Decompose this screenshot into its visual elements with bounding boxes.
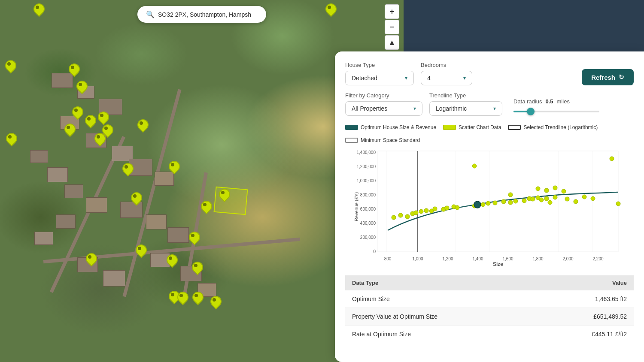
house-type-group: House Type Detached ▾ [345,62,414,85]
svg-point-56 [610,157,614,161]
map-pin[interactable] [210,296,220,308]
map-pin[interactable] [6,133,15,145]
zoom-out-button[interactable]: − [385,20,399,34]
svg-point-52 [582,195,586,199]
legend-item-trendline: Selected Trendline (Logarithmic) [508,124,598,130]
house-type-dropdown[interactable]: Detached ▾ [345,71,414,85]
table-cell-value: 1,463.65 ft2 [538,290,634,308]
col-header-type: Data Type [345,275,538,290]
svg-text:800: 800 [384,256,392,261]
map-pin[interactable] [76,81,86,93]
svg-point-26 [419,209,423,214]
slider-thumb[interactable] [527,108,535,115]
filter-category-label: Filter by Category [345,92,422,99]
svg-point-36 [486,201,490,205]
right-panel: House Type Detached ▾ Bedrooms 4 ▾ Refre… [335,51,644,362]
svg-point-49 [553,195,557,199]
map-pin[interactable] [122,163,132,175]
data-radius-group: Data radius 0.5 miles [513,98,599,116]
trendline-dropdown[interactable]: Logarithmic ▾ [429,101,502,116]
svg-point-37 [493,201,497,205]
zoom-in-button[interactable]: + [385,4,399,19]
radius-slider[interactable] [513,107,599,116]
bedrooms-group: Bedrooms 4 ▾ [421,62,472,85]
svg-text:1,400: 1,400 [472,256,483,261]
svg-point-42 [522,199,526,203]
map-pin[interactable] [72,106,82,118]
map-pin[interactable] [201,201,210,213]
svg-text:200,000: 200,000 [360,235,376,240]
legend-item-teal: Optimum House Size & Revenue [345,124,436,130]
map-pin[interactable] [85,115,94,127]
compass-button[interactable]: ▲ [385,35,399,50]
svg-point-25 [414,211,418,215]
svg-point-60 [553,186,557,190]
search-icon: 🔍 [146,10,155,18]
controls-top-row: House Type Detached ▾ Bedrooms 4 ▾ Refre… [345,62,634,85]
map-pin[interactable] [136,244,145,256]
chevron-down-icon: ▾ [493,106,496,112]
svg-point-27 [424,208,428,213]
map-pin[interactable] [86,253,95,265]
svg-text:Revenue (£'s): Revenue (£'s) [354,192,359,221]
map-controls: + − ▲ [385,4,399,50]
table-cell-value: £445.11 £/ft2 [538,326,634,343]
map-pin[interactable] [69,63,78,75]
svg-text:0: 0 [373,249,376,254]
data-radius-label-row: Data radius 0.5 miles [513,98,599,105]
controls-bottom-row: Filter by Category All Properties ▾ Tren… [345,92,634,116]
chevron-down-icon: ▾ [405,75,407,81]
bedrooms-dropdown[interactable]: 4 ▾ [421,71,472,85]
refresh-button[interactable]: Refresh ↻ [582,69,634,85]
chart-svg: 0 200,000 400,000 600,000 800,000 1,000,… [345,147,634,267]
filter-category-group: Filter by Category All Properties ▾ [345,92,422,116]
building [167,227,189,243]
building [56,214,76,229]
svg-point-57 [508,193,513,197]
svg-point-39 [501,199,506,204]
map-pin[interactable] [167,254,176,266]
map-pin[interactable] [98,112,107,124]
map-pin[interactable] [177,292,187,304]
filter-category-dropdown[interactable]: All Properties ▾ [345,101,422,116]
map-pin[interactable] [94,133,104,145]
svg-point-31 [445,206,449,210]
svg-point-58 [536,187,540,191]
svg-point-29 [433,207,437,211]
map-pin[interactable] [137,119,147,131]
legend-swatch-trendline [508,125,521,130]
trendline-label: Trendline Type [429,92,502,99]
svg-point-48 [548,200,552,205]
map-pin[interactable] [64,124,74,136]
svg-point-47 [544,196,549,201]
building [86,197,107,213]
table-body: Optimum Size1,463.65 ft2Property Value a… [345,290,634,343]
scatter-chart: 0 200,000 400,000 600,000 800,000 1,000,… [345,147,634,267]
table-cell-type: Optimum Size [345,290,538,308]
map-pin[interactable] [192,292,202,304]
map-pin[interactable] [189,232,198,244]
svg-text:2,000: 2,000 [562,256,573,261]
map-pin[interactable] [33,3,43,15]
map-pin[interactable] [219,189,228,201]
legend-swatch-yellow [443,125,456,130]
svg-point-23 [405,214,410,219]
svg-text:1,000,000: 1,000,000 [357,178,376,183]
map-pin[interactable] [169,161,178,173]
table-cell-value: £651,489.52 [538,308,634,326]
svg-point-35 [481,202,485,207]
map-pin[interactable] [131,192,140,204]
map-pin[interactable] [192,262,201,274]
chart-legend: Optimum House Size & Revenue Scatter Cha… [345,124,634,143]
svg-point-21 [392,215,396,220]
svg-point-41 [513,199,518,203]
map-pin[interactable] [325,3,335,15]
svg-point-61 [562,189,566,193]
svg-text:800,000: 800,000 [360,193,376,197]
legend-item-min-space: Minimum Space Standard [345,137,420,143]
map-pin[interactable] [5,60,15,72]
map-search-bar[interactable]: 🔍 SO32 2PX, Southampton, Hampsh [137,6,266,23]
svg-point-44 [531,197,535,201]
svg-text:1,400,000: 1,400,000 [357,150,376,155]
data-table: Data Type Value Optimum Size1,463.65 ft2… [345,275,634,343]
